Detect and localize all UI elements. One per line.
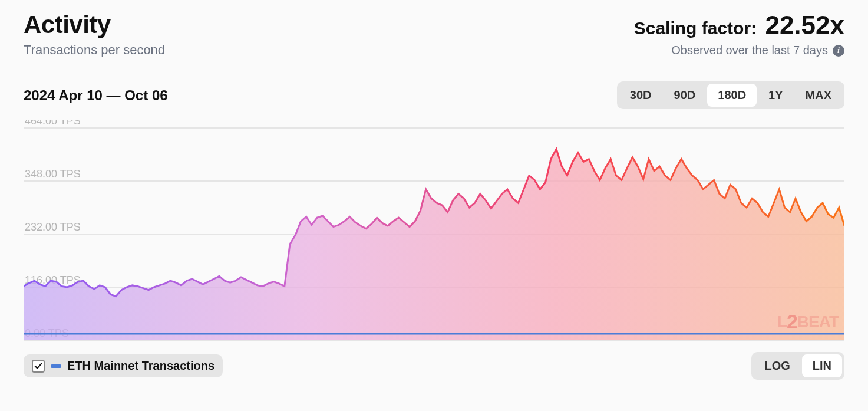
svg-text:232.00 TPS: 232.00 TPS [25,221,81,233]
range-pill-1y[interactable]: 1Y [758,84,793,107]
scale-pill-log[interactable]: LOG [754,354,800,377]
scaling-factor: Scaling factor: 22.52x [634,11,844,40]
range-pill-180d[interactable]: 180D [707,84,757,107]
checkbox-icon [32,360,45,373]
activity-chart: 0.00 TPS116.00 TPS232.00 TPS348.00 TPS46… [24,120,844,344]
info-icon[interactable]: i [833,45,844,57]
date-range-label: 2024 Apr 10 — Oct 06 [24,87,168,104]
legend-label: ETH Mainnet Transactions [67,359,214,373]
svg-text:464.00 TPS: 464.00 TPS [25,120,81,127]
scaling-factor-label: Scaling factor: [634,18,757,38]
page-title: Activity [24,11,165,39]
page-subtitle: Transactions per second [24,42,165,58]
scale-pill-lin[interactable]: LIN [802,354,842,377]
scale-mode-selector: LOGLIN [751,352,844,380]
scaling-factor-value: 22.52x [765,11,844,40]
range-pill-90d[interactable]: 90D [664,84,707,107]
observed-text: Observed over the last 7 days [671,44,828,57]
eth-color-swatch [51,364,61,368]
svg-text:348.00 TPS: 348.00 TPS [25,168,81,180]
range-pill-max[interactable]: MAX [795,84,842,107]
time-range-selector: 30D90D180D1YMAX [617,81,844,109]
eth-mainnet-toggle[interactable]: ETH Mainnet Transactions [24,354,223,377]
range-pill-30d[interactable]: 30D [619,84,662,107]
